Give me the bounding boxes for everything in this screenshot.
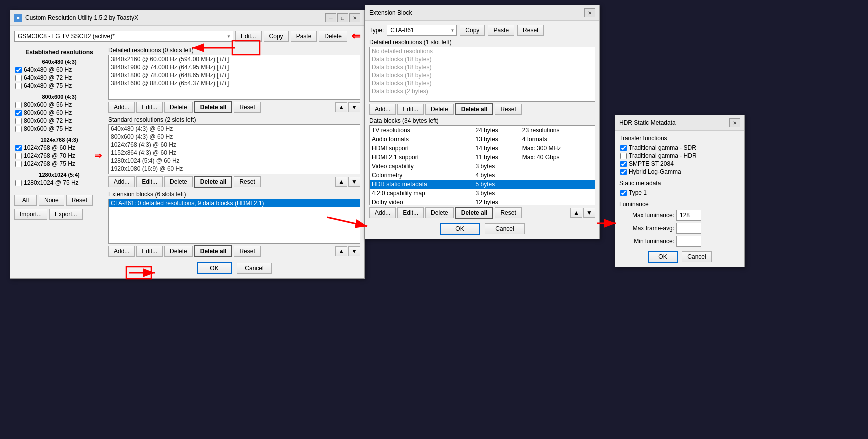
cb-640-60[interactable]: 640x480 @ 60 Hz (14, 66, 104, 74)
data-down-btn[interactable]: ▼ (584, 208, 596, 218)
reset-est-btn[interactable]: Reset (66, 195, 93, 206)
ext-det-add-btn[interactable]: Add... (370, 104, 396, 115)
det-add-btn[interactable]: Add... (108, 102, 135, 113)
detailed-resolutions-list[interactable]: 3840x2160 @ 60.000 Hz (594.00 MHz) [+/+]… (108, 55, 360, 100)
hdr-cancel-btn[interactable]: Cancel (682, 252, 712, 262)
main-maximize-btn[interactable]: □ (338, 14, 348, 22)
det-down-btn[interactable]: ▼ (348, 102, 360, 112)
std-up-btn[interactable]: ▲ (336, 177, 348, 187)
list-item[interactable]: 3840x1800 @ 78.000 Hz (648.65 MHz) [+/+] (109, 72, 360, 80)
import-btn[interactable]: Import... (14, 209, 48, 220)
cb-800-72[interactable]: 800x600 @ 72 Hz (14, 117, 104, 125)
std-deleteall-btn[interactable]: Delete all (194, 176, 233, 188)
copy-monitor-btn[interactable]: Copy (264, 31, 289, 42)
cb-800-75[interactable]: 800x600 @ 75 Hz (14, 125, 104, 133)
std-delete-btn[interactable]: Delete (164, 176, 193, 188)
cb-800-56[interactable]: 800x600 @ 56 Hz (14, 101, 104, 109)
list-item[interactable]: 1152x864 (4:3) @ 60 Hz (109, 149, 360, 157)
table-row[interactable]: Video capability3 bytes (370, 162, 595, 171)
det-up-btn[interactable]: ▲ (336, 102, 348, 112)
std-edit-btn[interactable]: Edit... (136, 176, 163, 188)
ext-delete-btn[interactable]: Delete (164, 246, 193, 257)
min-luminance-input[interactable] (676, 236, 702, 247)
hdr-close-btn[interactable]: ✕ (730, 118, 740, 128)
det-delete-btn[interactable]: Delete (164, 102, 193, 113)
ext-reset-btn[interactable]: Reset (234, 246, 260, 257)
cb-1024-60[interactable]: 1024x768 @ 60 Hz (14, 144, 104, 152)
ext-copy-btn[interactable]: Copy (460, 25, 485, 36)
list-item[interactable]: Data blocks (18 bytes) (370, 64, 595, 72)
list-item[interactable]: CTA-861: 0 detailed resolutions, 9 data … (109, 200, 360, 208)
list-item[interactable]: Data blocks (18 bytes) (370, 80, 595, 88)
cb-type1[interactable]: Type 1 (620, 189, 740, 197)
list-item[interactable]: No detailed resolutions (370, 48, 595, 56)
table-row[interactable]: HDMI 2.1 support11 bytesMax: 40 Gbps (370, 153, 595, 162)
list-item[interactable]: Data blocks (18 bytes) (370, 56, 595, 64)
main-cancel-btn[interactable]: Cancel (237, 263, 272, 274)
all-btn[interactable]: All (14, 195, 37, 206)
cb-800-60[interactable]: 800x600 @ 60 Hz (14, 109, 104, 117)
data-delete-btn[interactable]: Delete (426, 208, 454, 218)
extension-blocks-list[interactable]: CTA-861: 0 detailed resolutions, 9 data … (108, 199, 360, 244)
cb-640-72[interactable]: 640x480 @ 72 Hz (14, 74, 104, 82)
list-item[interactable]: 3840x2160 @ 60.000 Hz (594.00 MHz) [+/+] (109, 56, 360, 64)
ext-down-btn[interactable]: ▼ (348, 246, 360, 256)
table-row[interactable]: Colorimetry4 bytes (370, 171, 595, 180)
list-item[interactable]: 800x600 (4:3) @ 60 Hz (109, 133, 360, 141)
data-edit-btn[interactable]: Edit... (398, 208, 424, 218)
ext-det-reset-btn[interactable]: Reset (495, 104, 522, 115)
table-row[interactable]: 4:2:0 capability map3 bytes (370, 189, 595, 198)
cb-trad-hdr[interactable]: Traditional gamma - HDR (620, 152, 740, 160)
cb-640-75[interactable]: 640x480 @ 75 Hz (14, 82, 104, 90)
max-frameavg-input[interactable] (676, 223, 702, 234)
ext-deleteall-btn[interactable]: Delete all (194, 246, 233, 258)
list-item[interactable]: 1280x1024 (5:4) @ 60 Hz (109, 157, 360, 165)
cb-1280-75[interactable]: 1280x1024 @ 75 Hz (14, 179, 104, 187)
ext-ok-btn[interactable]: OK (440, 223, 480, 235)
list-item[interactable]: 640x480 (4:3) @ 60 Hz (109, 125, 360, 133)
list-item[interactable]: 3840x1600 @ 88.000 Hz (654.37 MHz) [+/+] (109, 80, 360, 88)
ext-reset-btn[interactable]: Reset (518, 25, 544, 36)
cb-1024-70[interactable]: 1024x768 @ 70 Hz ⇒ (14, 152, 104, 160)
list-item[interactable]: 3840x1900 @ 74.000 Hz (647.95 MHz) [+/+] (109, 64, 360, 72)
table-row[interactable]: TV resolutions24 bytes23 resolutions (370, 126, 595, 135)
main-close-btn[interactable]: ✕ (350, 14, 360, 22)
std-reset-btn[interactable]: Reset (234, 176, 260, 188)
data-up-btn[interactable]: ▲ (570, 208, 582, 218)
monitor-select[interactable]: GSMC0C8 - LG TV SSCR2 (active)* (14, 31, 234, 42)
ext-up-btn[interactable]: ▲ (336, 246, 348, 256)
paste-monitor-btn[interactable]: Paste (291, 31, 318, 42)
ext-add-btn[interactable]: Add... (108, 246, 135, 257)
list-item[interactable]: 1024x768 (4:3) @ 60 Hz (109, 141, 360, 149)
none-btn[interactable]: None (39, 195, 64, 206)
export-btn[interactable]: Export... (50, 209, 83, 220)
std-down-btn[interactable]: ▼ (348, 177, 360, 187)
ext-cancel-btn[interactable]: Cancel (485, 224, 525, 234)
edit-monitor-btn[interactable]: Edit... (236, 31, 262, 42)
delete-monitor-btn[interactable]: Delete (319, 31, 348, 42)
main-ok-btn[interactable]: OK (197, 262, 232, 274)
data-reset-btn[interactable]: Reset (495, 208, 522, 218)
hdr-ok-btn[interactable]: OK (648, 251, 678, 263)
table-row[interactable]: HDMI support14 bytesMax: 300 MHz (370, 144, 595, 153)
standard-resolutions-list[interactable]: 640x480 (4:3) @ 60 Hz 800x600 (4:3) @ 60… (108, 124, 360, 174)
table-row[interactable]: Audio formats13 bytes4 formats (370, 135, 595, 144)
list-item[interactable]: Data blocks (2 bytes) (370, 88, 595, 96)
ext-paste-btn[interactable]: Paste (488, 25, 514, 36)
main-minimize-btn[interactable]: ─ (326, 14, 336, 22)
data-blocks-list[interactable]: TV resolutions24 bytes23 resolutions Aud… (370, 126, 596, 206)
list-item[interactable]: 1920x1080 (16:9) @ 60 Hz (109, 165, 360, 173)
ext-det-deleteall-btn[interactable]: Delete all (456, 104, 494, 116)
det-deleteall-btn[interactable]: Delete all (194, 102, 233, 114)
cb-1024-75[interactable]: 1024x768 @ 75 Hz (14, 160, 104, 168)
data-deleteall-btn[interactable]: Delete all (456, 207, 494, 219)
ext-detailed-list[interactable]: No detailed resolutions Data blocks (18 … (370, 47, 596, 102)
data-add-btn[interactable]: Add... (370, 208, 396, 218)
cb-hlg[interactable]: Hybrid Log-Gamma (620, 168, 740, 176)
table-row[interactable]: Dolby video12 bytes (370, 198, 595, 206)
det-reset-btn[interactable]: Reset (234, 102, 260, 113)
max-luminance-input[interactable] (676, 210, 702, 221)
ext-edit-btn[interactable]: Edit... (136, 246, 163, 257)
type-select[interactable]: CTA-861 (387, 25, 457, 36)
ext-close-btn[interactable]: ✕ (584, 8, 596, 18)
